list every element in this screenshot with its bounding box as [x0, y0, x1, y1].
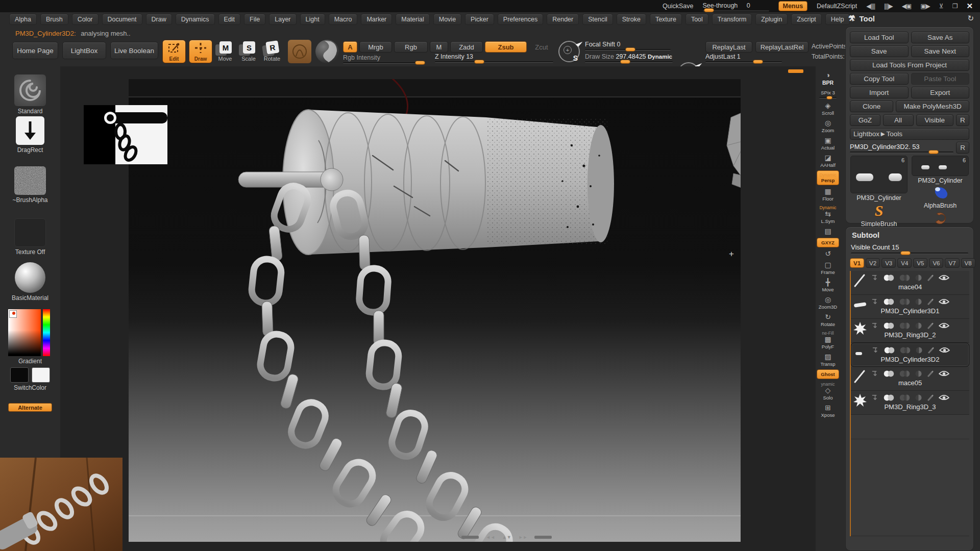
- goz-r-button[interactable]: R: [956, 114, 969, 126]
- list-action-icon[interactable]: [871, 298, 879, 306]
- scale-button[interactable]: S Scale: [240, 41, 257, 62]
- stroke-picker-button[interactable]: + S: [558, 41, 580, 62]
- menu-item-layer[interactable]: Layer: [269, 14, 296, 25]
- shelf-solo[interactable]: ynamic◇Solo: [817, 381, 839, 402]
- rgb-intensity-handle[interactable]: [415, 61, 425, 65]
- shelf-persp[interactable]: DynamicPersp: [817, 170, 839, 185]
- rgb-button[interactable]: Rgb: [394, 41, 428, 53]
- menu-item-marker[interactable]: Marker: [361, 14, 392, 25]
- subtool-tab-v3[interactable]: V3: [881, 258, 896, 268]
- current-brush-slot[interactable]: Standard: [0, 74, 60, 115]
- quicksave-button[interactable]: QuickSave: [663, 3, 693, 10]
- visibility-eye-icon[interactable]: [939, 370, 949, 377]
- polypaint-icon[interactable]: [884, 394, 895, 401]
- shelf-spix[interactable]: SPix 3: [817, 88, 839, 99]
- document-viewport[interactable]: + ◄◄▲▼►►: [129, 79, 741, 542]
- all-button[interactable]: All: [883, 114, 914, 126]
- secondary-color-swatch[interactable]: [32, 367, 50, 383]
- standard-brush-icon[interactable]: [14, 74, 46, 106]
- menu-item-dynamics[interactable]: Dynamics: [176, 14, 215, 25]
- subtool-tab-v7[interactable]: V7: [945, 258, 959, 268]
- divider-right-icon[interactable]: ||||▶: [884, 3, 893, 10]
- menu-item-draw[interactable]: Draw: [146, 14, 172, 25]
- paint-icon[interactable]: [926, 370, 934, 378]
- subtool-row-mace05[interactable]: mace05: [851, 367, 969, 391]
- alphabrush-icon[interactable]: [931, 185, 949, 201]
- paste-tool-button[interactable]: Paste Tool: [911, 73, 970, 85]
- uv-map-icon[interactable]: [899, 322, 911, 329]
- menu-item-tool[interactable]: Tool: [685, 14, 708, 25]
- shelf-gxyz[interactable]: GXYZ: [817, 238, 839, 247]
- list-action-icon[interactable]: [871, 394, 879, 402]
- list-action-icon[interactable]: [871, 274, 879, 282]
- paint-icon[interactable]: [926, 394, 934, 402]
- active-tool-slider[interactable]: PM3D_Cylinder3D2. 53: [850, 142, 953, 154]
- lightbox-button[interactable]: LightBox: [62, 42, 106, 59]
- list-action-icon[interactable]: [871, 370, 879, 378]
- current-material-slot[interactable]: BasicMaterial: [0, 262, 60, 302]
- active-tool-handle[interactable]: [928, 150, 939, 154]
- menu-item-document[interactable]: Document: [102, 14, 142, 25]
- subtool-row-PM3D_Cylinder3D1[interactable]: PM3D_Cylinder3D1: [851, 295, 969, 319]
- zadd-button[interactable]: Zadd: [450, 41, 483, 53]
- arrange-right-icon[interactable]: ▣▶: [920, 3, 930, 10]
- see-through-handle[interactable]: [704, 8, 714, 12]
- subtool-tab-v1[interactable]: V1: [850, 258, 864, 268]
- make-polymesh3d-button[interactable]: Make PolyMesh3D: [896, 101, 969, 112]
- visibility-eye-icon[interactable]: [939, 274, 949, 281]
- menu-item-help[interactable]: Help: [825, 14, 850, 25]
- visibility-eye-icon[interactable]: [939, 394, 949, 401]
- alternate-button[interactable]: Alternate: [8, 403, 52, 412]
- save-next-button[interactable]: Save Next: [911, 45, 970, 57]
- mrgb-button[interactable]: Mrgb: [359, 41, 392, 53]
- menu-item-transform[interactable]: Transform: [712, 14, 752, 25]
- shelf-actual[interactable]: ▣Actual: [817, 136, 839, 152]
- visible-count-handle[interactable]: [900, 251, 911, 255]
- canvas-nav-arrows[interactable]: ◄◄▲▼►►: [461, 535, 552, 540]
- shelf-orbit[interactable]: ↺: [817, 249, 839, 259]
- shelf-bpr[interactable]: ◑BPR: [817, 70, 839, 87]
- shelf-aahalf[interactable]: ◪AAHalf: [817, 153, 839, 169]
- edit-button[interactable]: Edit: [162, 40, 186, 63]
- visibility-eye-icon[interactable]: [939, 298, 949, 305]
- close-icon[interactable]: ✕: [966, 2, 973, 11]
- uv-map-icon[interactable]: [900, 347, 911, 354]
- menu-item-color[interactable]: Color: [72, 14, 99, 25]
- menu-item-alpha[interactable]: Alpha: [9, 14, 37, 25]
- m-button[interactable]: M: [430, 41, 448, 53]
- menu-item-texture[interactable]: Texture: [650, 14, 682, 25]
- shelf-zoom3d[interactable]: ◎Zoom3D: [817, 295, 839, 311]
- save-button[interactable]: Save: [850, 45, 909, 57]
- menu-item-material[interactable]: Material: [396, 14, 429, 25]
- minimize-icon[interactable]: ⊻: [939, 3, 943, 10]
- shelf-frame[interactable]: ▢Frame: [817, 260, 839, 276]
- uv-map-icon[interactable]: [899, 274, 911, 281]
- main-color-swatch[interactable]: [10, 367, 29, 383]
- paint-icon[interactable]: [926, 274, 934, 282]
- tool-r-button[interactable]: R: [956, 142, 969, 154]
- default-zscript-button[interactable]: DefaultZScript: [817, 3, 857, 10]
- menu-item-stencil[interactable]: Stencil: [582, 14, 613, 25]
- paint-icon[interactable]: [926, 322, 934, 330]
- color-picker[interactable]: Gradient: [0, 309, 60, 365]
- subtool-tab-v6[interactable]: V6: [929, 258, 943, 268]
- load-tool-button[interactable]: Load Tool: [850, 32, 909, 43]
- subtool-row-PM3D_Ring3D_3[interactable]: PM3D_Ring3D_3: [851, 391, 969, 415]
- subtool-tab-v2[interactable]: V2: [866, 258, 880, 268]
- live-boolean-button[interactable]: Live Boolean: [110, 42, 158, 59]
- draw-size-slider[interactable]: Draw Size 297.48425 Dynamic: [585, 53, 673, 63]
- divider-left-icon[interactable]: ◀||||: [866, 3, 875, 10]
- menu-item-file[interactable]: File: [244, 14, 265, 25]
- nav-bar-right[interactable]: [534, 536, 552, 539]
- arrange-left-icon[interactable]: ◀▣: [902, 3, 912, 10]
- spix-slider-handle[interactable]: [826, 96, 832, 99]
- home-page-button[interactable]: Home Page: [12, 42, 58, 59]
- polypaint-icon[interactable]: [884, 274, 895, 281]
- alternate-slot[interactable]: Alternate: [0, 403, 60, 412]
- switch-color[interactable]: SwitchColor: [0, 367, 60, 391]
- displacement-icon[interactable]: [915, 298, 922, 305]
- menu-item-light[interactable]: Light: [300, 14, 325, 25]
- current-texture-slot[interactable]: Texture Off: [0, 218, 60, 256]
- current-material-thumbnail[interactable]: [315, 40, 339, 63]
- visibility-eye-icon[interactable]: [939, 322, 949, 329]
